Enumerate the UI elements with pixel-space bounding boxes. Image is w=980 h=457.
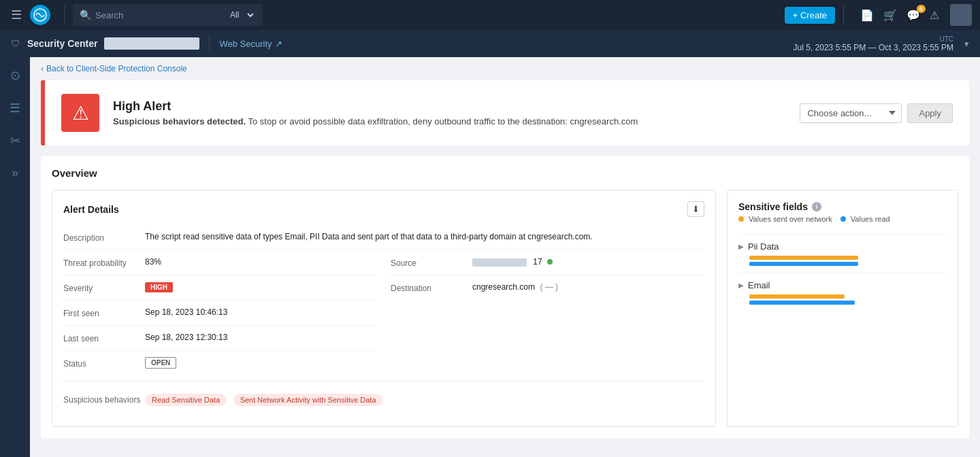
destination-label: Destination bbox=[391, 282, 472, 293]
two-col-section: Threat probability 83% Severity HIGH Fir bbox=[63, 250, 704, 375]
legend-network: Values sent over network bbox=[738, 215, 832, 223]
date-range-text: Jul 5, 2023 5:55 PM — Oct 3, 2023 5:55 P… bbox=[794, 43, 953, 52]
source-bar bbox=[472, 258, 527, 267]
email-orange-bar bbox=[749, 294, 845, 299]
severity-label: Severity bbox=[63, 282, 145, 293]
legend-orange-dot bbox=[738, 216, 744, 222]
overview-title: Overview bbox=[52, 167, 958, 179]
sub-nav-divider bbox=[209, 37, 210, 50]
severity-row: Severity HIGH bbox=[63, 275, 377, 301]
email-bars bbox=[738, 294, 947, 305]
first-seen-value: Sep 18, 2023 10:46:13 bbox=[145, 307, 377, 317]
alert-text: High Alert Suspicious behaviors detected… bbox=[113, 99, 786, 126]
title-text: Security Center bbox=[27, 38, 97, 49]
warning-icon: ⚠ bbox=[72, 102, 89, 124]
date-range-chevron[interactable]: ▾ bbox=[964, 39, 969, 49]
back-chevron: ‹ bbox=[41, 64, 44, 73]
description-value: The script read sensitive data of types … bbox=[145, 232, 704, 241]
last-seen-label: Last seen bbox=[63, 333, 145, 343]
first-seen-row: First seen Sep 18, 2023 10:46:13 bbox=[63, 301, 377, 326]
source-value: 17 bbox=[472, 257, 704, 267]
left-col: Threat probability 83% Severity HIGH Fir bbox=[63, 250, 377, 375]
severity-badge: HIGH bbox=[145, 282, 173, 292]
destination-row: Destination cngresearch.com ( — ) bbox=[391, 275, 704, 300]
sub-nav: 🛡 Security Center Web Security ↗ UTC Jul… bbox=[0, 30, 980, 57]
severity-value: HIGH bbox=[145, 282, 377, 292]
sidebar-tools-icon[interactable]: ✂ bbox=[7, 131, 23, 151]
docs-icon[interactable]: 📄 bbox=[860, 9, 874, 22]
utc-label: UTC bbox=[794, 35, 953, 43]
breadcrumb-bar bbox=[104, 37, 199, 50]
sensitive-row-pii-header: ▶ Pii Data bbox=[738, 241, 947, 252]
behaviors-tags: Read Sensitive Data Sent Network Activit… bbox=[145, 394, 704, 409]
pii-label: Pii Data bbox=[748, 241, 779, 252]
search-scope-select[interactable]: All bbox=[222, 7, 256, 23]
shield-icon: 🛡 bbox=[11, 38, 20, 49]
card-divider bbox=[63, 381, 704, 382]
choose-action-select[interactable]: Choose action... bbox=[800, 103, 902, 123]
sensitive-row-email: ▶ Email bbox=[738, 273, 947, 311]
nav-divider-2 bbox=[843, 5, 844, 24]
alert-icon-box: ⚠ bbox=[61, 94, 99, 132]
search-bar[interactable]: 🔍 All bbox=[73, 4, 263, 26]
description-row: Description The script read sensitive da… bbox=[63, 225, 704, 250]
legend-read-text: Values read bbox=[851, 215, 890, 223]
sidebar-expand-icon[interactable]: » bbox=[9, 163, 21, 183]
email-chevron[interactable]: ▶ bbox=[738, 282, 744, 289]
alert-desc-rest: To stop or avoid possible data exfiltrat… bbox=[248, 116, 638, 126]
source-row: Source 17 bbox=[391, 250, 704, 275]
behaviors-row: Suspicious behaviors Read Sensitive Data… bbox=[63, 387, 704, 416]
security-center-title: Security Center bbox=[27, 38, 97, 49]
search-icon: 🔍 bbox=[80, 10, 91, 20]
cart-icon[interactable]: 🛒 bbox=[883, 9, 897, 22]
source-dot bbox=[547, 259, 553, 265]
pii-blue-bar bbox=[749, 262, 858, 266]
search-input[interactable] bbox=[95, 10, 218, 20]
back-link[interactable]: ‹ Back to Client-Side Protection Console bbox=[30, 57, 980, 80]
alert-desc-strong: Suspicious behaviors detected. bbox=[113, 116, 246, 126]
email-label: Email bbox=[748, 280, 770, 290]
logo-icon bbox=[30, 5, 50, 25]
apply-button[interactable]: Apply bbox=[907, 103, 953, 123]
main-content: ‹ Back to Client-Side Protection Console… bbox=[30, 57, 980, 457]
sensitive-fields-card: Sensitive fields i Values sent over netw… bbox=[727, 190, 958, 427]
details-row: Alert Details ⬇ Description The script r… bbox=[52, 190, 958, 427]
info-icon[interactable]: i bbox=[812, 202, 821, 211]
messages-icon[interactable]: 💬 6 bbox=[906, 9, 920, 22]
top-nav: ☰ 🔍 All + Create 📄 🛒 💬 6 ⚠ bbox=[0, 0, 980, 30]
nav-icons: 📄 🛒 💬 6 ⚠ bbox=[860, 9, 939, 22]
legend-network-text: Values sent over network bbox=[749, 215, 832, 223]
card-title-text: Alert Details bbox=[63, 204, 119, 215]
layout: ⊙ ☰ ✂ » ‹ Back to Client-Side Protection… bbox=[0, 57, 980, 457]
email-blue-bar bbox=[749, 301, 855, 305]
sensitive-title: Sensitive fields i bbox=[738, 201, 947, 212]
legend-blue-dot bbox=[840, 216, 846, 222]
alerts-icon[interactable]: ⚠ bbox=[930, 9, 939, 22]
hamburger-icon[interactable]: ☰ bbox=[8, 5, 24, 25]
source-label: Source bbox=[391, 257, 472, 268]
status-value: OPEN bbox=[145, 358, 377, 367]
sidebar: ⊙ ☰ ✂ » bbox=[0, 57, 30, 457]
behavior-tag-1: Read Sensitive Data bbox=[145, 394, 227, 406]
sensitive-row-pii: ▶ Pii Data bbox=[738, 234, 947, 273]
first-seen-label: First seen bbox=[63, 307, 145, 318]
sidebar-home-icon[interactable]: ⊙ bbox=[7, 65, 23, 86]
alert-details-card: Alert Details ⬇ Description The script r… bbox=[52, 190, 716, 427]
right-col: Source 17 Destination cngrese bbox=[391, 250, 704, 375]
download-button[interactable]: ⬇ bbox=[687, 201, 704, 217]
card-title: Alert Details ⬇ bbox=[63, 201, 704, 217]
description-label: Description bbox=[63, 232, 145, 243]
alert-banner: ⚠ High Alert Suspicious behaviors detect… bbox=[41, 80, 969, 146]
user-avatar[interactable] bbox=[950, 4, 972, 26]
legend-read: Values read bbox=[840, 215, 890, 223]
create-button[interactable]: + Create bbox=[785, 7, 835, 24]
alert-description: Suspicious behaviors detected. To stop o… bbox=[113, 116, 786, 126]
threat-value: 83% bbox=[145, 257, 377, 267]
sidebar-list-icon[interactable]: ☰ bbox=[7, 98, 23, 118]
web-security-link[interactable]: Web Security ↗ bbox=[219, 39, 282, 49]
pii-orange-bar bbox=[749, 256, 858, 260]
overview-section: Overview Alert Details ⬇ Description The… bbox=[41, 156, 969, 438]
pii-chevron[interactable]: ▶ bbox=[738, 243, 744, 250]
alert-title: High Alert bbox=[113, 99, 786, 114]
pii-bars bbox=[738, 256, 947, 266]
